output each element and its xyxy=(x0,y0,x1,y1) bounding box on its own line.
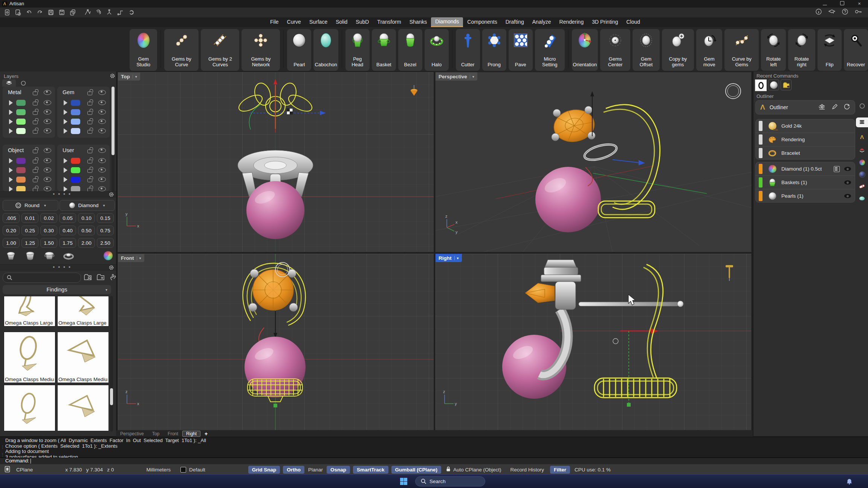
tool-gems-center[interactable]: Gems Center xyxy=(600,29,631,71)
chevron-down-icon[interactable]: ▾ xyxy=(470,75,474,79)
gem-shape-dropdown[interactable]: Round ▾ xyxy=(3,200,58,211)
layer-row[interactable] xyxy=(5,156,53,165)
tool-rotate-right[interactable]: Rotate right xyxy=(788,29,815,71)
explode-icon[interactable] xyxy=(106,9,113,16)
layer-row[interactable] xyxy=(60,117,107,126)
divider-gear-icon[interactable] xyxy=(109,192,114,198)
finding-item[interactable]: Omega Clasps Medium - Clo xyxy=(4,332,55,383)
toggle-gumball[interactable]: Gumball (CPlane) xyxy=(391,466,442,474)
tool-curve-by-gems[interactable]: Curve by Gems xyxy=(724,29,759,71)
artisan-tab-icon[interactable]: Λ xyxy=(856,132,868,142)
expand-icon[interactable] xyxy=(64,110,67,115)
menu-transform[interactable]: Transform xyxy=(373,17,405,27)
lock-icon[interactable] xyxy=(33,111,38,115)
panel-divider[interactable]: ● ● ● ● xyxy=(0,264,116,270)
viewport-label-front[interactable]: Front▾ xyxy=(118,254,144,262)
recent-command-torus[interactable] xyxy=(755,79,767,91)
outliner-row-bracelet[interactable]: Bracelet xyxy=(756,146,855,160)
material-capsule-tab-icon[interactable] xyxy=(856,181,868,191)
layer-row[interactable] xyxy=(60,175,107,184)
tool-recover[interactable]: Recover xyxy=(844,29,868,71)
layer-row[interactable] xyxy=(60,98,107,107)
tool-pearl[interactable]: Pearl xyxy=(287,29,311,71)
layer-color-swatch[interactable] xyxy=(71,119,80,125)
lock-icon[interactable] xyxy=(33,160,38,163)
lock-icon[interactable] xyxy=(87,111,92,115)
cabochon-tab-icon[interactable] xyxy=(856,194,868,203)
expand-icon[interactable] xyxy=(64,177,67,182)
size-button[interactable]: 0.01 xyxy=(21,213,38,223)
gem-cut-dropdown[interactable]: Diamond ▾ xyxy=(60,200,115,211)
outliner-row-diamond[interactable]: Diamond (1) 0.5ct xyxy=(756,162,855,176)
layer-color-swatch[interactable] xyxy=(16,128,26,134)
outliner-row-baskets[interactable]: Baskets (1) xyxy=(756,176,855,189)
menu-components[interactable]: Components xyxy=(463,17,501,27)
license-key-icon[interactable] xyxy=(854,8,863,17)
close-button[interactable]: × xyxy=(851,0,868,7)
viewport-label-perspective[interactable]: Perspective▾ xyxy=(436,72,477,81)
lock-icon[interactable] xyxy=(33,178,38,182)
expand-icon[interactable] xyxy=(9,100,13,105)
bezel-gray-icon[interactable] xyxy=(24,251,36,262)
new-document-icon[interactable] xyxy=(3,9,11,16)
menu-solid[interactable]: Solid xyxy=(332,17,351,27)
size-button[interactable]: 0.75 xyxy=(97,226,114,235)
layer-row[interactable] xyxy=(60,156,107,165)
finding-item[interactable] xyxy=(57,385,109,431)
menu-subd[interactable]: SubD xyxy=(351,17,373,27)
eye-icon[interactable] xyxy=(44,148,51,153)
tab-top[interactable]: Top xyxy=(148,431,164,436)
color-wheel-tab-icon[interactable] xyxy=(856,157,868,167)
layer-color-swatch[interactable] xyxy=(71,167,80,173)
eye-icon[interactable] xyxy=(98,148,106,153)
folder-add-icon[interactable] xyxy=(96,273,105,282)
expand-icon[interactable] xyxy=(9,177,13,182)
lock-icon[interactable] xyxy=(87,130,92,134)
taskbar-search[interactable]: Search xyxy=(415,476,485,486)
layer-color-swatch[interactable] xyxy=(71,100,80,106)
finding-item[interactable] xyxy=(4,385,55,431)
tool-prong[interactable]: Prong xyxy=(482,29,506,71)
eye-icon[interactable] xyxy=(98,177,106,182)
expand-icon[interactable] xyxy=(64,100,67,105)
peg-head-gray-icon[interactable] xyxy=(5,251,17,262)
layer-group-header[interactable]: User xyxy=(60,145,107,156)
menu-drafting[interactable]: Drafting xyxy=(501,17,528,27)
tool-cabochon[interactable]: Cabochon xyxy=(313,29,338,71)
toggle-ortho[interactable]: Ortho xyxy=(283,466,304,474)
menu-shanks[interactable]: Shanks xyxy=(405,17,431,27)
tool-gem-move[interactable]: Gem move xyxy=(696,29,722,71)
layers-tab-materials[interactable] xyxy=(2,79,16,87)
tool-gems-by-network[interactable]: Gems by Network xyxy=(241,29,280,71)
lock-icon[interactable] xyxy=(33,120,38,124)
toggle-grid-snap[interactable]: Grid Snap xyxy=(248,466,280,474)
lock-icon[interactable] xyxy=(87,169,92,173)
status-units[interactable]: Millimeters xyxy=(146,467,171,473)
status-cplane[interactable]: CPlane xyxy=(16,467,33,473)
group-icon[interactable] xyxy=(95,9,102,16)
eye-icon[interactable] xyxy=(98,128,106,133)
join-icon[interactable] xyxy=(117,9,124,16)
color-wheel-icon[interactable] xyxy=(104,251,113,262)
curve-edit-icon[interactable] xyxy=(84,9,92,16)
search-input[interactable] xyxy=(15,274,77,281)
toggle-planar[interactable]: Planar xyxy=(308,467,323,473)
expand-icon[interactable] xyxy=(9,158,13,163)
redo-icon[interactable] xyxy=(36,9,44,16)
visibility-eye-icon[interactable] xyxy=(844,167,851,171)
boolean-icon[interactable] xyxy=(128,9,135,16)
help-icon[interactable] xyxy=(842,8,848,17)
layer-color-swatch[interactable] xyxy=(16,109,26,115)
lock-icon[interactable] xyxy=(87,92,92,95)
eye-icon[interactable] xyxy=(44,90,51,95)
maximize-button[interactable] xyxy=(833,0,851,7)
expand-icon[interactable] xyxy=(9,128,13,134)
page-icon[interactable] xyxy=(5,466,10,474)
panel-grip[interactable]: ⋮ xyxy=(1,445,5,449)
eye-icon[interactable] xyxy=(44,110,51,114)
tab-front[interactable]: Front xyxy=(164,431,182,436)
lock-icon[interactable] xyxy=(33,130,38,134)
eye-icon[interactable] xyxy=(44,100,51,105)
layer-color-swatch[interactable] xyxy=(71,128,80,134)
save-icon[interactable] xyxy=(47,9,55,16)
